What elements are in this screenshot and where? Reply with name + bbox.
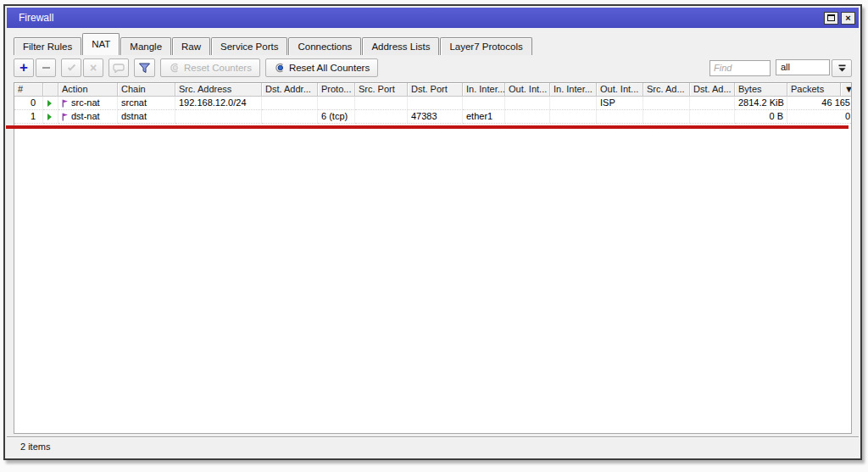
x-icon: × (90, 62, 97, 74)
col-dst-port[interactable]: Dst. Port (408, 83, 463, 97)
tab-connections[interactable]: Connections (288, 37, 361, 55)
cell-number: 0 (14, 97, 43, 110)
cell-action: src-nat (58, 97, 118, 110)
col-out-interface[interactable]: Out. Int... (505, 83, 550, 97)
cell-dst-address (262, 110, 318, 124)
col-protocol[interactable]: Proto... (318, 83, 355, 97)
cell-out-interface (505, 110, 550, 124)
reset-all-icon (274, 63, 285, 73)
cell-in-interface: ether1 (463, 110, 505, 124)
cell-action: dst-nat (58, 110, 118, 124)
cell-dst-port: 47383 (408, 110, 463, 124)
cell-out-interface-list: ISP (597, 97, 643, 110)
col-src-address-list[interactable]: Src. Ad... (643, 83, 690, 97)
cell-src-address-list (643, 97, 690, 110)
reset-all-counters-label: Reset All Counters (289, 63, 370, 73)
tab-bar: Filter Rules NAT Mangle Raw Service Port… (14, 33, 852, 55)
title-bar[interactable]: Firewall × (7, 8, 859, 28)
tab-raw[interactable]: Raw (172, 37, 210, 55)
col-in-interface-list[interactable]: In. Inter... (550, 83, 597, 97)
table-row-0[interactable]: 0 src-nat srcnat 192.168.12.0/24 IS (14, 97, 851, 110)
rules-table-area: # Action Chain Src. Address Dst. Addr...… (14, 82, 852, 434)
disable-rule-button[interactable]: × (83, 58, 103, 77)
cell-src-address: 192.168.12.0/24 (175, 97, 262, 110)
cell-chain: srcnat (118, 97, 175, 110)
cell-packets: 46 165 (787, 97, 852, 110)
firewall-window: Firewall × Filter Rules NAT Mangle Raw S… (3, 4, 862, 460)
toolbar: + × Reset Counters Reset All Counters (14, 57, 852, 79)
cell-in-interface-list (550, 110, 597, 124)
scope-select[interactable]: all (776, 59, 830, 75)
reset-counters-label: Reset Counters (184, 63, 252, 73)
col-icon[interactable] (43, 83, 58, 97)
col-number[interactable]: # (14, 83, 43, 97)
col-action[interactable]: Action (58, 83, 118, 97)
cell-out-interface-list (597, 110, 643, 124)
nat-action-flag-icon (62, 113, 69, 121)
cell-in-interface (463, 97, 505, 110)
cell-chain: dstnat (118, 110, 175, 124)
action-label: src-nat (71, 97, 100, 109)
green-play-icon (47, 100, 52, 107)
cell-dst-port (408, 97, 463, 110)
reset-icon (169, 63, 180, 73)
add-remove-group: + (14, 58, 56, 77)
window-content: Filter Rules NAT Mangle Raw Service Port… (7, 28, 859, 457)
scope-value: all (781, 62, 790, 72)
reset-counters-button[interactable]: Reset Counters (160, 58, 260, 77)
cell-src-address-list (643, 110, 690, 124)
tab-nat[interactable]: NAT (82, 33, 120, 55)
maximize-icon (827, 14, 835, 21)
col-out-interface-list[interactable]: Out. Int... (597, 83, 643, 97)
add-rule-button[interactable]: + (14, 58, 34, 77)
cell-src-port (355, 97, 408, 110)
close-button[interactable]: × (841, 12, 855, 25)
cell-bytes: 0 B (735, 110, 787, 124)
col-chain[interactable]: Chain (118, 83, 175, 97)
scope-group: all (776, 59, 852, 77)
enable-disable-group: × (61, 58, 103, 77)
minus-icon (42, 67, 50, 69)
comment-button[interactable] (108, 58, 129, 77)
column-selector-button[interactable]: ▼ (841, 83, 852, 97)
cell-protocol (318, 97, 355, 110)
tab-layer7-protocols[interactable]: Layer7 Protocols (440, 37, 531, 55)
tab-mangle[interactable]: Mangle (120, 37, 171, 55)
enable-rule-button[interactable] (61, 58, 81, 77)
tab-filter-rules[interactable]: Filter Rules (14, 37, 81, 55)
reset-all-counters-button[interactable]: Reset All Counters (265, 58, 378, 77)
col-bytes[interactable]: Bytes (735, 83, 787, 97)
tab-service-ports[interactable]: Service Ports (211, 37, 287, 55)
red-highlight-annotation (6, 125, 849, 129)
status-bar: 2 items (7, 436, 859, 457)
cell-dst-address-list (690, 97, 735, 110)
col-in-interface[interactable]: In. Inter... (463, 83, 505, 97)
find-input[interactable] (709, 60, 771, 76)
window-title: Firewall (19, 12, 53, 24)
remove-rule-button[interactable] (36, 58, 56, 77)
cell-bytes: 2814.2 KiB (735, 97, 787, 110)
tab-address-lists[interactable]: Address Lists (362, 37, 439, 55)
col-src-port[interactable]: Src. Port (355, 83, 408, 97)
cell-in-interface-list (550, 97, 597, 110)
rules-table: # Action Chain Src. Address Dst. Addr...… (14, 82, 852, 434)
action-label: dst-nat (71, 110, 100, 123)
col-src-address[interactable]: Src. Address (175, 83, 262, 97)
scope-dropdown-button[interactable] (832, 59, 852, 77)
expand-arrow-icon (43, 97, 58, 110)
col-packets[interactable]: Packets (787, 83, 841, 97)
col-dst-address[interactable]: Dst. Addr... (262, 83, 318, 97)
col-dst-address-list[interactable]: Dst. Ad... (690, 83, 735, 97)
window-controls: × (824, 12, 855, 25)
table-header-row: # Action Chain Src. Address Dst. Addr...… (14, 83, 851, 97)
expand-arrow-icon (43, 110, 58, 124)
cell-dst-address (262, 97, 318, 110)
table-row-1[interactable]: 1 dst-nat dstnat 6 (tcp) 47383 ether1 (14, 110, 851, 124)
plus-icon: + (19, 60, 28, 75)
cell-src-port (355, 110, 408, 124)
maximize-button[interactable] (824, 12, 838, 25)
dropdown-bar-arrow-icon (838, 64, 846, 72)
close-icon: × (845, 14, 850, 23)
items-count: 2 items (20, 441, 50, 452)
filter-button[interactable] (134, 58, 155, 77)
